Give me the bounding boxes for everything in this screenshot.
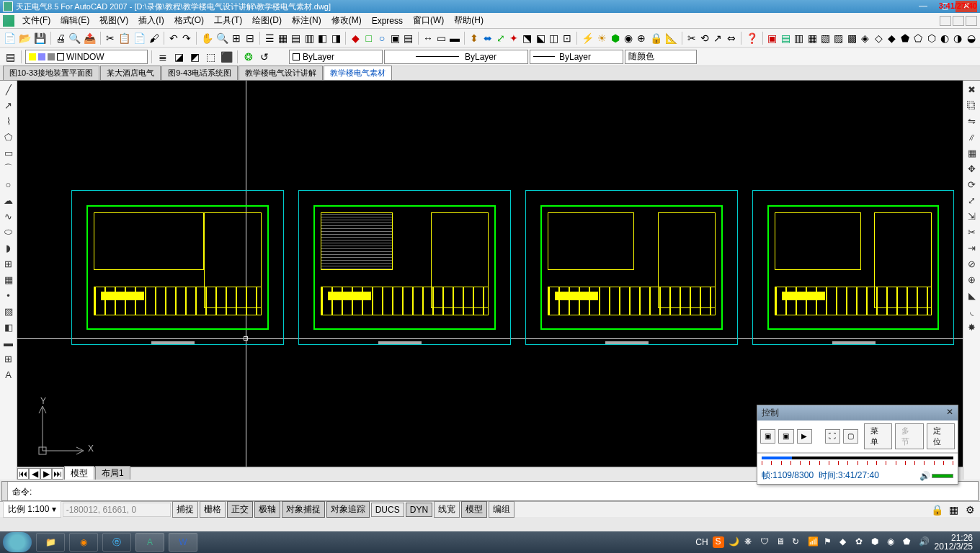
toolpalette-icon[interactable]: ▤ (290, 31, 302, 45)
ctrl-full-icon[interactable]: ⛶ (825, 429, 840, 444)
fillet-icon[interactable]: ◟ (965, 304, 979, 318)
mirror-icon[interactable]: ⇋ (965, 114, 979, 128)
ctrl-menu-button[interactable]: 菜单 (864, 423, 892, 449)
zoomwin-icon[interactable]: ⊞ (231, 31, 242, 45)
tray-e-icon[interactable]: ⬟ (903, 536, 914, 548)
ctrl-pause-icon[interactable]: ▣ (778, 429, 793, 444)
spline-icon[interactable]: ∿ (1, 209, 16, 223)
plotstyle-dropdown[interactable]: 随颜色 (625, 50, 697, 64)
task-explorer[interactable]: 📁 (36, 533, 65, 552)
area-icon[interactable]: ▭ (435, 31, 447, 45)
ray-icon[interactable]: ↗ (1, 98, 16, 112)
tray-moon-icon[interactable]: 🌙 (729, 536, 740, 548)
rectangle-icon[interactable]: ▭ (1, 145, 16, 160)
layer-c-icon[interactable]: ◩ (187, 50, 202, 64)
layer-e-icon[interactable]: ⬛ (219, 50, 233, 64)
ctrl-window-icon[interactable]: ▢ (843, 429, 858, 444)
revcloud-icon[interactable]: ☁ (1, 193, 16, 207)
paste-icon[interactable]: 📄 (133, 31, 146, 45)
ext-b-icon[interactable]: ▤ (780, 31, 791, 45)
toggle-ducs[interactable]: DUCS (371, 503, 404, 517)
move-icon[interactable]: ✥ (965, 161, 979, 176)
ext-p-icon[interactable]: ◒ (966, 31, 977, 45)
elec-b-icon[interactable]: ☀ (596, 31, 607, 45)
layout-next-icon[interactable]: ▶ (40, 468, 52, 480)
erase-icon[interactable]: ✖ (965, 82, 979, 96)
matchprop-icon[interactable]: 🖌 (148, 31, 159, 45)
region-icon[interactable]: ▬ (1, 336, 16, 350)
scale-control[interactable]: 比例 1:100 ▾ (3, 501, 61, 518)
dist-icon[interactable]: ↔ (422, 31, 434, 45)
polygon-icon[interactable]: ⬠ (1, 130, 16, 144)
doc-tab-5[interactable]: 教学楼电气素材 (324, 66, 392, 80)
tray-update-icon[interactable]: ↻ (792, 536, 803, 548)
ctrl-progress-slider[interactable] (757, 453, 958, 467)
circle-icon[interactable]: ○ (1, 177, 16, 192)
elec-d-icon[interactable]: ◉ (623, 31, 634, 45)
task-autocad[interactable]: A (135, 533, 164, 552)
tray-net-icon[interactable]: 📶 (808, 536, 819, 548)
tz-a-icon[interactable]: ⬍ (468, 31, 480, 45)
menu-express[interactable]: Express (367, 14, 408, 27)
mod-d-icon[interactable]: ⇔ (726, 31, 737, 45)
tool-b-icon[interactable]: □ (362, 31, 374, 45)
doc-tab-4[interactable]: 教学楼电气设计讲解 (239, 66, 323, 80)
menu-edit[interactable]: 编辑(E) (55, 13, 94, 28)
layer-b-icon[interactable]: ◪ (172, 50, 186, 64)
color-dropdown[interactable]: ByLayer (289, 50, 383, 64)
ext-d-icon[interactable]: ▦ (806, 31, 818, 45)
layout-last-icon[interactable]: ⏭ (52, 468, 63, 480)
tray-sogou-icon[interactable]: S (713, 536, 724, 548)
lineweight-dropdown[interactable]: ByLayer (530, 50, 623, 64)
system-clock[interactable]: 21:26 2012/3/25 (935, 534, 973, 551)
new-icon[interactable]: 📄 (3, 31, 17, 45)
elec-g-icon[interactable]: 📐 (664, 31, 678, 45)
layer-dropdown[interactable]: WINDOW (25, 50, 148, 64)
tz-e-icon[interactable]: ⬔ (522, 31, 533, 45)
menu-view[interactable]: 视图(V) (94, 13, 133, 28)
ellipsearc-icon[interactable]: ◗ (1, 240, 16, 255)
ext-f-icon[interactable]: ▨ (833, 31, 845, 45)
sheetset-icon[interactable]: ▥ (303, 31, 315, 45)
block-icon[interactable]: ▦ (1, 272, 16, 287)
control-panel[interactable]: 控制 ✕ ▣ ▣ ▶ ⛶ ▢ 菜单 多节 定位 帧:1109/8300 时间:3… (757, 405, 958, 485)
tray-vol-icon[interactable]: 🔊 (919, 536, 930, 548)
toggle-lwt[interactable]: 线宽 (434, 501, 460, 518)
task-ie[interactable]: ⓔ (102, 533, 131, 552)
region-icon[interactable]: ▬ (449, 31, 460, 45)
toggle-polar[interactable]: 极轴 (254, 501, 280, 518)
layer-a-icon[interactable]: ≣ (156, 50, 170, 64)
toggle-osnap[interactable]: 对象捕捉 (282, 501, 325, 518)
layermgr-icon[interactable]: ▤ (3, 50, 17, 64)
toggle-dyn[interactable]: DYN (406, 503, 432, 517)
toggle-otrack[interactable]: 对象追踪 (326, 501, 370, 518)
tray-flag-icon[interactable]: ⚑ (824, 536, 835, 548)
doc-tab-2[interactable]: 某大酒店电气 (100, 66, 161, 80)
control-panel-close-icon[interactable]: ✕ (946, 407, 953, 419)
menu-file[interactable]: 文件(F) (17, 13, 55, 28)
ext-l-icon[interactable]: ⬠ (912, 31, 924, 45)
ext-i-icon[interactable]: ◇ (873, 31, 884, 45)
tab-layout1[interactable]: 布局1 (95, 466, 130, 480)
ext-j-icon[interactable]: ◆ (886, 31, 897, 45)
layerprev-icon[interactable]: ↺ (257, 50, 272, 64)
ctrl-sections-button[interactable]: 多节 (895, 423, 923, 449)
extend-icon[interactable]: ⇥ (965, 240, 979, 255)
statusbar-icon-c[interactable]: ⚙ (963, 503, 977, 517)
redo-icon[interactable]: ↷ (181, 31, 192, 45)
properties-icon[interactable]: ☰ (264, 31, 275, 45)
statusbar-icon-a[interactable]: 🔒 (930, 503, 944, 517)
ctrl-stop-icon[interactable]: ▣ (760, 429, 775, 444)
ext-n-icon[interactable]: ◐ (939, 31, 950, 45)
tray-b-icon[interactable]: ✿ (855, 536, 867, 548)
join-icon[interactable]: ⊕ (965, 272, 979, 287)
tz-b-icon[interactable]: ⬌ (481, 31, 493, 45)
ellipse-icon[interactable]: ⬭ (1, 225, 16, 239)
point-icon[interactable]: • (1, 288, 16, 302)
ext-h-icon[interactable]: ◈ (859, 31, 870, 45)
markup-icon[interactable]: ◧ (316, 31, 328, 45)
ext-e-icon[interactable]: ▧ (819, 31, 831, 45)
ext-g-icon[interactable]: ▩ (846, 31, 858, 45)
pline-icon[interactable]: ⌇ (1, 114, 16, 128)
tray-fan-icon[interactable]: ❋ (744, 536, 756, 548)
